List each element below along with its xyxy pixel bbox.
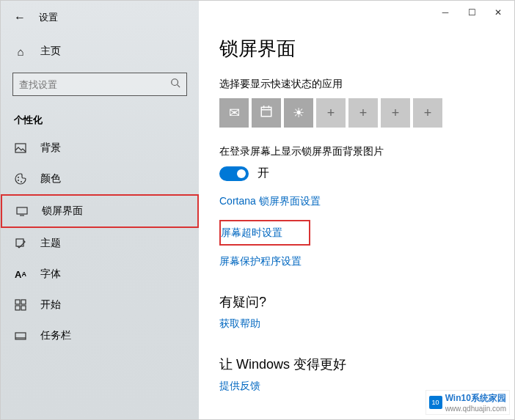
sidebar-item-label: 主题 [40, 237, 61, 250]
calendar-icon [260, 105, 273, 122]
link-timeout[interactable]: 屏幕超时设置 [221, 226, 282, 240]
login-bg-label: 在登录屏幕上显示锁屏界面背景图片 [219, 145, 494, 158]
sidebar-item-lockscreen[interactable]: 锁屏界面 [1, 194, 199, 228]
weather-icon: ☀ [293, 105, 304, 121]
sidebar-item-label: 任务栏 [40, 329, 71, 342]
search-icon [170, 78, 180, 91]
watermark-brand: Win10系统家园 [445, 392, 506, 405]
svg-point-3 [18, 177, 19, 178]
app-tile-weather[interactable]: ☀ [284, 98, 313, 128]
app-tile-add-4[interactable]: + [413, 98, 442, 128]
plus-icon: + [424, 106, 432, 121]
watermark: 10 Win10系统家园 www.qdhuajin.com [425, 390, 510, 415]
home-nav[interactable]: ⌂ 主页 [1, 36, 199, 67]
sidebar-item-colors[interactable]: 颜色 [1, 163, 199, 194]
login-bg-toggle[interactable] [219, 166, 249, 181]
svg-rect-9 [15, 300, 20, 304]
svg-rect-8 [16, 239, 23, 246]
search-input[interactable] [19, 79, 170, 90]
svg-rect-10 [21, 300, 26, 304]
watermark-url: www.qdhuajin.com [445, 405, 506, 413]
lockscreen-icon [15, 205, 29, 218]
maximize-button[interactable]: ☐ [459, 2, 485, 23]
app-tile-mail[interactable]: ✉ [219, 98, 249, 128]
help-title: 有疑问? [219, 293, 494, 311]
svg-rect-6 [17, 207, 27, 214]
app-tile-calendar[interactable] [252, 98, 281, 128]
home-label: 主页 [40, 45, 61, 58]
sidebar-item-background[interactable]: 背景 [1, 133, 199, 163]
link-cortana[interactable]: Cortana 锁屏界面设置 [219, 195, 321, 208]
watermark-logo: 10 [429, 396, 442, 409]
plus-icon: + [359, 106, 368, 121]
mail-icon: ✉ [229, 105, 240, 121]
start-icon [14, 298, 27, 312]
home-icon: ⌂ [14, 45, 27, 58]
svg-rect-2 [15, 144, 26, 152]
link-screensaver[interactable]: 屏幕保护程序设置 [219, 255, 302, 268]
app-tile-add-1[interactable]: + [316, 98, 346, 128]
link-help[interactable]: 获取帮助 [219, 317, 260, 331]
svg-point-4 [18, 180, 19, 181]
back-icon[interactable]: ← [14, 11, 26, 24]
app-tile-add-2[interactable]: + [348, 98, 378, 128]
svg-rect-15 [261, 107, 271, 116]
quick-status-tiles: ✉ ☀ + + + + [219, 98, 494, 128]
svg-rect-13 [15, 333, 26, 339]
toggle-label: 开 [258, 166, 269, 181]
plus-icon: + [392, 106, 400, 121]
sidebar-item-label: 背景 [40, 141, 61, 155]
svg-line-1 [178, 85, 180, 88]
sidebar: ← 设置 ⌂ 主页 个性化 背景 颜色 锁屏界面 主题 AA [1, 1, 199, 419]
app-tile-add-3[interactable]: + [381, 98, 410, 128]
palette-icon [14, 172, 27, 185]
close-button[interactable]: ✕ [485, 2, 511, 23]
toggle-knob [237, 169, 246, 178]
search-box[interactable] [12, 73, 187, 96]
settings-label: 设置 [39, 11, 58, 24]
feedback-title: 让 Windows 变得更好 [219, 355, 494, 373]
sidebar-item-taskbar[interactable]: 任务栏 [1, 320, 199, 351]
toggle-row: 开 [219, 166, 494, 181]
svg-point-5 [21, 181, 22, 183]
sidebar-item-start[interactable]: 开始 [1, 290, 199, 320]
link-feedback[interactable]: 提供反馈 [219, 380, 260, 393]
svg-point-0 [172, 79, 178, 86]
picture-icon [14, 141, 27, 155]
sidebar-item-label: 开始 [40, 298, 61, 312]
sidebar-item-fonts[interactable]: AA 字体 [1, 259, 199, 290]
plus-icon: + [327, 106, 335, 121]
sidebar-item-themes[interactable]: 主题 [1, 228, 199, 259]
font-icon: AA [14, 268, 27, 281]
svg-rect-11 [15, 306, 20, 310]
quick-status-label: 选择要显示快速状态的应用 [219, 78, 494, 91]
content-area: 锁屏界面 选择要显示快速状态的应用 ✉ ☀ + + + + 在登录屏幕上显示锁屏… [206, 30, 507, 412]
taskbar-icon [14, 329, 27, 342]
sidebar-item-label: 字体 [40, 268, 61, 281]
svg-rect-12 [21, 306, 26, 310]
sidebar-item-label: 锁屏界面 [42, 205, 83, 218]
minimize-button[interactable]: ─ [432, 2, 459, 23]
section-header: 个性化 [1, 102, 199, 133]
header-row: ← 设置 [1, 7, 199, 29]
link-timeout-highlight: 屏幕超时设置 [219, 220, 310, 246]
theme-icon [14, 237, 27, 250]
sidebar-item-label: 颜色 [40, 172, 61, 185]
page-title: 锁屏界面 [219, 36, 494, 62]
